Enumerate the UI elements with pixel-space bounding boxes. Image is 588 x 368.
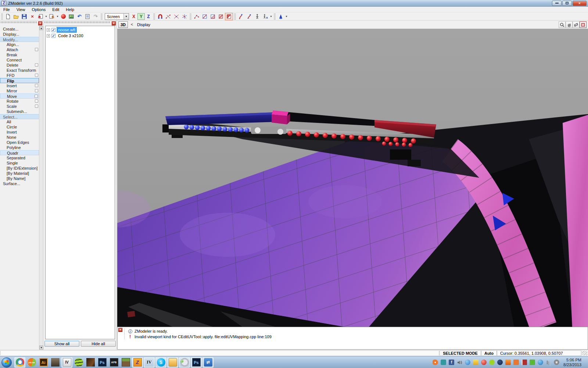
expand-icon[interactable]: + <box>47 28 50 32</box>
taskbar-clock[interactable]: 5:06 PM 8/23/2013 <box>562 358 585 367</box>
facebook-tray-icon[interactable]: f <box>449 360 454 365</box>
export-dropdown-caret[interactable]: ▾ <box>56 15 59 18</box>
new-file-button[interactable] <box>4 13 12 20</box>
steam-tray-icon[interactable] <box>497 360 503 365</box>
show-all-button[interactable]: Show all <box>44 341 79 347</box>
tree-item-code3[interactable]: + ✓ Code 3 x2100 <box>46 33 115 39</box>
cmd-select-circle[interactable]: Circle <box>0 124 39 130</box>
scene-tree-close-button[interactable]: × <box>112 21 116 25</box>
axes-tool-button[interactable] <box>180 13 189 20</box>
cmd-select-separated[interactable]: Separated <box>0 155 39 160</box>
cmd-modify[interactable]: Modify... <box>0 37 39 42</box>
cmd-rotate[interactable]: Rotate <box>0 99 39 104</box>
taskbar-app-teamviewer[interactable]: ⇄ <box>202 357 214 368</box>
cmd-insert-options-button[interactable] <box>35 84 38 87</box>
vertices-mode-button[interactable] <box>193 13 201 20</box>
notes-tray-icon[interactable] <box>473 360 478 365</box>
orbit-tool-button[interactable] <box>573 21 580 28</box>
skeleton-mode-button[interactable] <box>253 13 261 20</box>
render-button[interactable] <box>59 13 67 20</box>
messenger-tray-icon[interactable] <box>465 360 470 365</box>
viewport-3d-canvas[interactable] <box>117 29 588 327</box>
viewport-back-button[interactable]: < <box>129 21 135 28</box>
cmd-select-by-name[interactable]: [By Name] <box>0 176 39 181</box>
menu-options[interactable]: Options <box>28 7 49 13</box>
cmd-attach-options-button[interactable] <box>35 48 38 51</box>
expand-icon[interactable]: + <box>47 34 50 38</box>
edges-mode-button[interactable] <box>201 13 209 20</box>
cmd-select-by-material[interactable]: [By Material] <box>0 171 39 176</box>
cmd-flip-selected[interactable]: Flip <box>0 78 39 83</box>
panel-grip[interactable] <box>1 21 37 23</box>
taskbar-app-spotify[interactable] <box>73 357 84 368</box>
taskbar-app-chrome[interactable] <box>14 357 25 368</box>
cmd-select[interactable]: Select... <box>0 114 39 119</box>
tree-item-noose[interactable]: + ✓ noose.wft <box>46 27 115 33</box>
vertex-weld-button[interactable] <box>164 13 172 20</box>
character-tool-button[interactable] <box>261 13 269 20</box>
minimize-button[interactable] <box>552 1 562 6</box>
pan-tool-button[interactable] <box>566 21 573 28</box>
open-file-button[interactable] <box>12 13 20 20</box>
action-center-flag-icon[interactable] <box>521 360 527 365</box>
start-button[interactable] <box>1 357 12 368</box>
commands-scrollbar[interactable]: ▲ ▼ <box>39 26 43 350</box>
taskbar-app-apb[interactable]: APB <box>108 357 119 368</box>
tree-item-label[interactable]: Code 3 x2100 <box>57 33 85 38</box>
scroll-up-icon[interactable]: ▲ <box>39 26 43 30</box>
cmd-move-options-button[interactable] <box>35 95 38 98</box>
gear-tray-icon[interactable] <box>554 360 559 365</box>
chat-tray-icon[interactable] <box>513 360 519 365</box>
axis-y-button[interactable]: Y <box>137 13 145 20</box>
cmd-scale-options-button[interactable] <box>35 105 38 108</box>
menu-file[interactable]: File <box>0 7 13 13</box>
cmd-exact-transform[interactable]: Exact Transform <box>0 68 39 73</box>
visibility-checkbox[interactable]: ✓ <box>51 28 55 32</box>
clownfish-tray-icon[interactable] <box>433 360 438 365</box>
edge-split-button[interactable] <box>172 13 180 20</box>
cmd-delete[interactable]: Delete <box>0 63 39 68</box>
commands-panel-close-button[interactable]: × <box>38 21 42 25</box>
cmd-move[interactable]: Move <box>0 93 39 99</box>
cmd-select-invert[interactable]: Invert <box>0 130 39 135</box>
menu-view[interactable]: View <box>13 7 29 13</box>
cmd-select-none[interactable]: None <box>0 135 39 140</box>
network-signal-icon[interactable] <box>546 360 551 365</box>
menu-edit[interactable]: Edit <box>49 7 62 13</box>
maximize-viewport-button[interactable] <box>580 21 587 28</box>
uv-tool-2-button[interactable] <box>245 13 253 20</box>
taskbar-app-zmodeler-active[interactable]: Z <box>132 357 143 368</box>
cmd-connect[interactable]: Connect <box>0 57 39 63</box>
material-editor-button[interactable] <box>67 13 75 20</box>
import-dropdown-caret[interactable]: ▾ <box>44 15 48 18</box>
cmd-break[interactable]: Break <box>0 52 39 57</box>
uv-tool-1-button[interactable] <box>237 13 245 20</box>
cmd-select-all[interactable]: All <box>0 119 39 124</box>
viewport-mode-button[interactable]: 3D <box>118 21 128 28</box>
panel-grip[interactable] <box>44 21 111 23</box>
objects-mode-button-active[interactable] <box>225 13 233 20</box>
character-tool-caret[interactable]: ▾ <box>269 15 273 18</box>
taskbar-app-photoshop2[interactable]: Ps <box>191 357 202 368</box>
taskbar-app-daemon[interactable] <box>179 357 190 368</box>
taskbar-app-openiv[interactable]: IV <box>61 357 72 368</box>
axis-z-button[interactable]: Z <box>145 13 152 20</box>
visibility-checkbox[interactable]: ✓ <box>51 34 55 38</box>
spotify-tray-icon[interactable] <box>489 360 495 365</box>
polygons-mode-button[interactable] <box>217 13 225 20</box>
lava-tray-icon[interactable] <box>505 360 511 365</box>
spray-cone-caret[interactable]: ▾ <box>285 15 288 18</box>
taskbar-app-photoshop[interactable]: Ps <box>97 357 108 368</box>
spray-cone-button[interactable] <box>277 13 285 20</box>
delete-button[interactable]: × <box>28 13 36 20</box>
cmd-rotate-options-button[interactable] <box>35 99 38 103</box>
cmd-submesh[interactable]: Submesh... <box>0 109 39 114</box>
faces-mode-button[interactable] <box>209 13 217 20</box>
tree-item-label[interactable]: noose.wft <box>57 27 76 32</box>
redo-button-disabled[interactable]: ↷ <box>92 13 100 20</box>
taskbar-app-explorer[interactable] <box>167 357 178 368</box>
save-button[interactable] <box>20 13 28 20</box>
cmd-select-single[interactable]: Single <box>0 160 39 166</box>
taskbar-app-gtaiv[interactable]: IV <box>144 357 155 368</box>
screen-mode-dropdown[interactable]: Screen ▾ <box>105 13 129 20</box>
